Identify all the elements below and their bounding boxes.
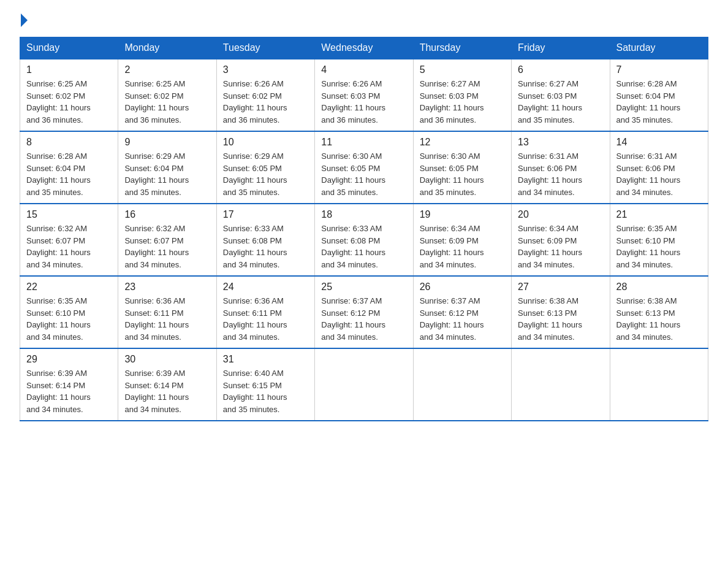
day-info: Sunrise: 6:30 AMSunset: 6:05 PMDaylight:… <box>420 150 505 198</box>
calendar-cell: 25Sunrise: 6:37 AMSunset: 6:12 PMDayligh… <box>315 276 413 348</box>
day-info: Sunrise: 6:33 AMSunset: 6:08 PMDaylight:… <box>223 223 308 270</box>
day-number: 19 <box>420 209 505 220</box>
day-number: 31 <box>223 354 308 365</box>
calendar-cell: 10Sunrise: 6:29 AMSunset: 6:05 PMDayligh… <box>216 131 314 204</box>
day-info: Sunrise: 6:36 AMSunset: 6:11 PMDaylight:… <box>223 295 308 343</box>
day-number: 9 <box>124 137 210 148</box>
day-info: Sunrise: 6:29 AMSunset: 6:05 PMDaylight:… <box>223 150 308 198</box>
calendar-cell <box>413 348 511 421</box>
day-number: 21 <box>616 209 702 220</box>
day-number: 8 <box>26 137 112 148</box>
weekday-header-friday: Friday <box>512 37 610 59</box>
logo <box>20 15 28 25</box>
day-info: Sunrise: 6:35 AMSunset: 6:10 PMDaylight:… <box>26 295 112 343</box>
calendar-table: SundayMondayTuesdayWednesdayThursdayFrid… <box>20 37 708 421</box>
week-row-2: 8Sunrise: 6:28 AMSunset: 6:04 PMDaylight… <box>20 131 708 204</box>
calendar-cell: 13Sunrise: 6:31 AMSunset: 6:06 PMDayligh… <box>512 131 610 204</box>
day-info: Sunrise: 6:34 AMSunset: 6:09 PMDaylight:… <box>518 223 603 270</box>
day-number: 15 <box>26 209 112 220</box>
day-info: Sunrise: 6:31 AMSunset: 6:06 PMDaylight:… <box>616 150 702 198</box>
day-number: 10 <box>223 137 308 148</box>
day-number: 28 <box>616 282 702 293</box>
day-number: 26 <box>420 282 505 293</box>
day-info: Sunrise: 6:37 AMSunset: 6:12 PMDaylight:… <box>420 295 505 343</box>
day-info: Sunrise: 6:32 AMSunset: 6:07 PMDaylight:… <box>26 223 112 270</box>
calendar-cell: 27Sunrise: 6:38 AMSunset: 6:13 PMDayligh… <box>512 276 610 348</box>
day-info: Sunrise: 6:25 AMSunset: 6:02 PMDaylight:… <box>26 78 112 126</box>
day-number: 16 <box>124 209 210 220</box>
calendar-cell: 9Sunrise: 6:29 AMSunset: 6:04 PMDaylight… <box>118 131 216 204</box>
calendar-cell <box>315 348 413 421</box>
calendar-cell: 26Sunrise: 6:37 AMSunset: 6:12 PMDayligh… <box>413 276 511 348</box>
calendar-cell <box>610 348 708 421</box>
day-info: Sunrise: 6:27 AMSunset: 6:03 PMDaylight:… <box>420 78 505 126</box>
weekday-header-saturday: Saturday <box>610 37 708 59</box>
weekday-header-row: SundayMondayTuesdayWednesdayThursdayFrid… <box>20 37 708 59</box>
calendar-cell: 1Sunrise: 6:25 AMSunset: 6:02 PMDaylight… <box>20 59 118 131</box>
day-number: 13 <box>518 137 603 148</box>
day-number: 6 <box>518 64 603 75</box>
day-number: 24 <box>223 282 308 293</box>
weekday-header-wednesday: Wednesday <box>315 37 413 59</box>
calendar-cell: 3Sunrise: 6:26 AMSunset: 6:02 PMDaylight… <box>216 59 314 131</box>
day-info: Sunrise: 6:38 AMSunset: 6:13 PMDaylight:… <box>616 295 702 343</box>
day-number: 14 <box>616 137 702 148</box>
day-number: 22 <box>26 282 112 293</box>
calendar-cell: 14Sunrise: 6:31 AMSunset: 6:06 PMDayligh… <box>610 131 708 204</box>
calendar-cell: 20Sunrise: 6:34 AMSunset: 6:09 PMDayligh… <box>512 204 610 276</box>
day-info: Sunrise: 6:34 AMSunset: 6:09 PMDaylight:… <box>420 223 505 270</box>
calendar-cell: 5Sunrise: 6:27 AMSunset: 6:03 PMDaylight… <box>413 59 511 131</box>
page-header <box>20 15 708 25</box>
weekday-header-monday: Monday <box>118 37 216 59</box>
day-info: Sunrise: 6:32 AMSunset: 6:07 PMDaylight:… <box>124 223 210 270</box>
calendar-cell: 12Sunrise: 6:30 AMSunset: 6:05 PMDayligh… <box>413 131 511 204</box>
day-number: 29 <box>26 354 112 365</box>
calendar-cell: 16Sunrise: 6:32 AMSunset: 6:07 PMDayligh… <box>118 204 216 276</box>
day-number: 30 <box>124 354 210 365</box>
day-number: 4 <box>321 64 406 75</box>
calendar-cell: 8Sunrise: 6:28 AMSunset: 6:04 PMDaylight… <box>20 131 118 204</box>
day-info: Sunrise: 6:39 AMSunset: 6:14 PMDaylight:… <box>124 367 210 415</box>
logo-general <box>20 15 28 27</box>
calendar-cell: 2Sunrise: 6:25 AMSunset: 6:02 PMDaylight… <box>118 59 216 131</box>
calendar-cell <box>512 348 610 421</box>
calendar-cell: 17Sunrise: 6:33 AMSunset: 6:08 PMDayligh… <box>216 204 314 276</box>
calendar-cell: 15Sunrise: 6:32 AMSunset: 6:07 PMDayligh… <box>20 204 118 276</box>
week-row-5: 29Sunrise: 6:39 AMSunset: 6:14 PMDayligh… <box>20 348 708 421</box>
day-number: 5 <box>420 64 505 75</box>
day-info: Sunrise: 6:26 AMSunset: 6:02 PMDaylight:… <box>223 78 308 126</box>
day-number: 7 <box>616 64 702 75</box>
calendar-cell: 23Sunrise: 6:36 AMSunset: 6:11 PMDayligh… <box>118 276 216 348</box>
day-number: 23 <box>124 282 210 293</box>
calendar-cell: 24Sunrise: 6:36 AMSunset: 6:11 PMDayligh… <box>216 276 314 348</box>
day-number: 18 <box>321 209 406 220</box>
week-row-4: 22Sunrise: 6:35 AMSunset: 6:10 PMDayligh… <box>20 276 708 348</box>
calendar-cell: 7Sunrise: 6:28 AMSunset: 6:04 PMDaylight… <box>610 59 708 131</box>
day-number: 3 <box>223 64 308 75</box>
calendar-cell: 6Sunrise: 6:27 AMSunset: 6:03 PMDaylight… <box>512 59 610 131</box>
logo-arrow-icon <box>21 13 28 27</box>
day-number: 25 <box>321 282 406 293</box>
day-number: 17 <box>223 209 308 220</box>
week-row-3: 15Sunrise: 6:32 AMSunset: 6:07 PMDayligh… <box>20 204 708 276</box>
day-number: 2 <box>124 64 210 75</box>
day-info: Sunrise: 6:29 AMSunset: 6:04 PMDaylight:… <box>124 150 210 198</box>
calendar-cell: 22Sunrise: 6:35 AMSunset: 6:10 PMDayligh… <box>20 276 118 348</box>
day-info: Sunrise: 6:33 AMSunset: 6:08 PMDaylight:… <box>321 223 406 270</box>
day-number: 27 <box>518 282 603 293</box>
weekday-header-tuesday: Tuesday <box>216 37 314 59</box>
calendar-cell: 18Sunrise: 6:33 AMSunset: 6:08 PMDayligh… <box>315 204 413 276</box>
weekday-header-sunday: Sunday <box>20 37 118 59</box>
day-info: Sunrise: 6:40 AMSunset: 6:15 PMDaylight:… <box>223 367 308 415</box>
day-info: Sunrise: 6:39 AMSunset: 6:14 PMDaylight:… <box>26 367 112 415</box>
day-info: Sunrise: 6:28 AMSunset: 6:04 PMDaylight:… <box>616 78 702 126</box>
day-info: Sunrise: 6:25 AMSunset: 6:02 PMDaylight:… <box>124 78 210 126</box>
calendar-cell: 28Sunrise: 6:38 AMSunset: 6:13 PMDayligh… <box>610 276 708 348</box>
day-number: 20 <box>518 209 603 220</box>
day-number: 11 <box>321 137 406 148</box>
day-info: Sunrise: 6:31 AMSunset: 6:06 PMDaylight:… <box>518 150 603 198</box>
calendar-cell: 30Sunrise: 6:39 AMSunset: 6:14 PMDayligh… <box>118 348 216 421</box>
calendar-cell: 21Sunrise: 6:35 AMSunset: 6:10 PMDayligh… <box>610 204 708 276</box>
day-info: Sunrise: 6:36 AMSunset: 6:11 PMDaylight:… <box>124 295 210 343</box>
day-info: Sunrise: 6:28 AMSunset: 6:04 PMDaylight:… <box>26 150 112 198</box>
